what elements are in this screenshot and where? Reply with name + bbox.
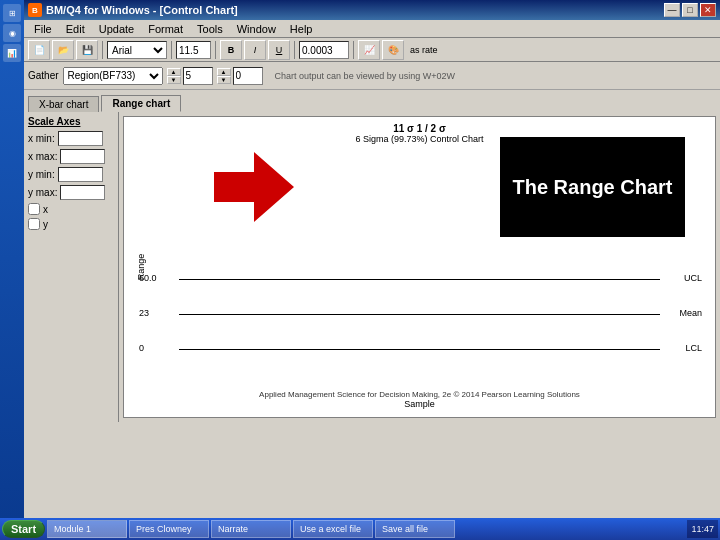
gather-dropdown[interactable]: Region(BF733) [63,67,163,85]
x-axis-label: Sample [404,399,435,409]
menu-bar: File Edit Update Format Tools Window Hel… [24,20,720,38]
include-note: Chart output can be viewed by using W+02… [275,71,455,81]
spin-input-1[interactable] [299,41,349,59]
spin-up-1[interactable]: ▲ [167,68,181,76]
sidebar-icon-2[interactable]: ◉ [3,24,21,42]
panel-row-ymax: y max: [28,185,114,200]
lcl-left-value: 0 [139,343,144,353]
start-button[interactable]: Start [2,520,45,538]
open-button[interactable]: 📂 [52,40,74,60]
spin-control-2: ▲ ▼ [217,67,263,85]
title-bar: B BM/Q4 for Windows - [Control Chart] — … [24,0,720,20]
spin-down-1[interactable]: ▼ [167,76,181,84]
ucl-line [179,279,660,280]
font-name-dropdown[interactable]: Arial [107,41,167,59]
mean-line [179,314,660,315]
menu-edit[interactable]: Edit [60,22,91,36]
panel-row-cx: x [28,203,114,215]
menu-update[interactable]: Update [93,22,140,36]
xmin-label: x min: [28,133,55,144]
maximize-button[interactable]: □ [682,3,698,17]
color-button[interactable]: 🎨 [382,40,404,60]
ymax-input[interactable] [60,185,105,200]
gather-label: Gather [28,70,59,81]
taskbar-narrate-btn[interactable]: Narrate [211,520,291,538]
left-sidebar: ⊞ ◉ 📊 [0,0,24,518]
panel-row-cy: y [28,218,114,230]
panel-section-title: Scale Axes [28,116,114,127]
lcl-line-container: 0 LCL [179,349,660,350]
main-content: Scale Axes x min: x max: y min: y max: x [24,112,720,422]
spin-up-2[interactable]: ▲ [217,68,231,76]
tab-xbar[interactable]: X-bar chart [28,96,99,112]
chart-button[interactable]: 📈 [358,40,380,60]
menu-format[interactable]: Format [142,22,189,36]
taskbar-excel-btn[interactable]: Use a excel file [293,520,373,538]
ucl-line-container: 60.0 UCL [179,279,660,280]
sample-size-input[interactable] [183,67,213,85]
panel-row-xmin: x min: [28,131,114,146]
menu-file[interactable]: File [28,22,58,36]
sidebar-icon-1[interactable]: ⊞ [3,4,21,22]
chart-footer: Applied Management Science for Decision … [124,390,715,399]
close-button[interactable]: ✕ [700,3,716,17]
tab-xbar-label: X-bar chart [39,99,88,110]
chart-area: 11 σ 1 / 2 σ 6 Sigma (99.73%) Control Ch… [123,116,716,418]
xmax-label: x max: [28,151,57,162]
tab-range-label: Range chart [112,98,170,109]
panel-row-xmax: x max: [28,149,114,164]
ucl-right-label: UCL [684,273,702,283]
cy-label: y [43,219,48,230]
minimize-button[interactable]: — [664,3,680,17]
control-area: Gather Region(BF733) ▲ ▼ ▲ ▼ Chart outpu… [24,62,720,90]
ucl-left-value: 60.0 [139,273,157,283]
tb-separator-5 [353,41,354,59]
font-size-input[interactable] [176,41,211,59]
save-button[interactable]: 💾 [76,40,98,60]
spin-buttons-2[interactable]: ▲ ▼ [217,68,231,84]
menu-tools[interactable]: Tools [191,22,229,36]
range-chart-box: The Range Chart [500,137,685,237]
xmax-input[interactable] [60,149,105,164]
bold-button[interactable]: B [220,40,242,60]
lcl-line [179,349,660,350]
lcl-right-label: LCL [685,343,702,353]
red-arrow-svg [214,152,294,222]
window-title: BM/Q4 for Windows - [Control Chart] [46,4,238,16]
subgroups-input[interactable] [233,67,263,85]
title-bar-left: B BM/Q4 for Windows - [Control Chart] [28,3,238,17]
sidebar-icon-3[interactable]: 📊 [3,44,21,62]
cx-checkbox[interactable] [28,203,40,215]
taskbar-save-btn[interactable]: Save all file [375,520,455,538]
xmin-input[interactable] [58,131,103,146]
tab-range[interactable]: Range chart [101,95,181,112]
title-bar-controls: — □ ✕ [664,3,716,17]
underline-button[interactable]: U [268,40,290,60]
chart-lines-container: 60.0 UCL 23 Mean 0 LCL [179,257,660,367]
ymin-input[interactable] [58,167,103,182]
tab-area: X-bar chart Range chart [24,90,720,112]
tb-separator-1 [102,41,103,59]
spin-down-2[interactable]: ▼ [217,76,231,84]
chart-title: 11 σ 1 / 2 σ [124,123,715,134]
menu-window[interactable]: Window [231,22,282,36]
taskbar-clock: 11:47 [687,520,718,538]
tb-separator-2 [171,41,172,59]
main-window: B BM/Q4 for Windows - [Control Chart] — … [24,0,720,518]
spin-control-1: ▲ ▼ [167,67,213,85]
taskbar-pres-btn[interactable]: Pres Clowney [129,520,209,538]
tb-separator-4 [294,41,295,59]
mean-right-label: Mean [679,308,702,318]
italic-button[interactable]: I [244,40,266,60]
svg-marker-0 [214,152,294,222]
new-button[interactable]: 📄 [28,40,50,60]
menu-help[interactable]: Help [284,22,319,36]
spin-buttons-1[interactable]: ▲ ▼ [167,68,181,84]
taskbar-module-btn[interactable]: Module 1 [47,520,127,538]
cx-label: x [43,204,48,215]
cy-checkbox[interactable] [28,218,40,230]
ymax-label: y max: [28,187,57,198]
action-label: as rate [410,45,438,55]
app-icon: B [28,3,42,17]
panel-row-ymin: y min: [28,167,114,182]
